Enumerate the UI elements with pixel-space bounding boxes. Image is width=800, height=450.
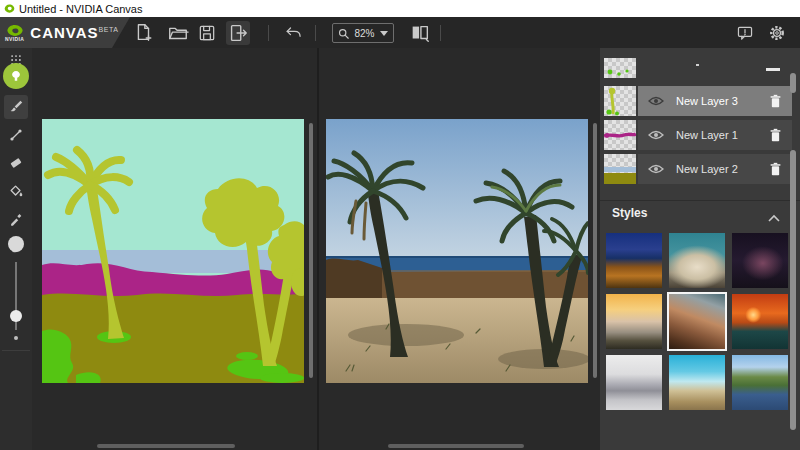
- split-view-button[interactable]: [408, 21, 432, 45]
- layer-thumbnail[interactable]: [604, 58, 636, 78]
- style-thumb-tropical-beach[interactable]: [669, 355, 725, 410]
- open-file-button[interactable]: [166, 21, 190, 45]
- eyedropper-tool[interactable]: [4, 207, 28, 231]
- paint-bucket-tool[interactable]: [4, 179, 28, 203]
- segmentation-pane: [32, 48, 317, 450]
- style-thumb-cloud-peak[interactable]: [669, 233, 725, 288]
- layer-delete-button[interactable]: [769, 162, 782, 177]
- nvidia-wordmark: NVIDIA: [5, 37, 24, 42]
- panel-divider: [600, 200, 800, 201]
- app-name: CANVASBETA: [30, 24, 118, 41]
- left-pane-horizontal-scrollbar[interactable]: [97, 444, 235, 448]
- panel-scrollbar-thumb[interactable]: [790, 73, 796, 93]
- render-preview: [326, 119, 588, 383]
- tool-sidebar: [0, 48, 32, 450]
- brush-size-preview: [8, 236, 24, 252]
- style-thumb-foggy-peaks[interactable]: [606, 355, 662, 410]
- export-button[interactable]: [226, 21, 250, 45]
- layer-name: New Layer 2: [676, 163, 769, 175]
- settings-button[interactable]: [765, 21, 789, 45]
- panel-scrollbar-thumb[interactable]: [790, 150, 796, 430]
- brush-size-slider-thumb[interactable]: [10, 310, 22, 322]
- nvidia-brand-block: NVIDIA CANVASBETA: [0, 17, 130, 48]
- style-thumb-desert-lightning[interactable]: [606, 233, 662, 288]
- layer-name: New Layer 1: [676, 129, 769, 141]
- styles-header: Styles: [612, 206, 647, 220]
- save-button[interactable]: [195, 21, 219, 45]
- layer-thumbnail[interactable]: [604, 120, 636, 150]
- layer-delete-button[interactable]: [766, 68, 780, 71]
- nvidia-canvas-window: Untitled - NVIDIA Canvas NVIDIA CANVASBE…: [0, 0, 800, 450]
- right-pane-vertical-scrollbar[interactable]: [593, 123, 597, 378]
- right-pane-horizontal-scrollbar[interactable]: [388, 444, 524, 448]
- layer-row[interactable]: New Layer 2: [600, 154, 800, 184]
- layer-row-partial[interactable]: [600, 48, 800, 82]
- layer-delete-button[interactable]: [769, 94, 782, 109]
- style-thumb-red-sunset[interactable]: [732, 294, 788, 349]
- undo-button[interactable]: [281, 21, 305, 45]
- styles-grid: [606, 233, 794, 410]
- style-thumb-alpine-lake[interactable]: [732, 355, 788, 410]
- eraser-tool[interactable]: [4, 151, 28, 175]
- segmentation-canvas[interactable]: [42, 119, 304, 383]
- canvas-area: [32, 48, 600, 450]
- toolbar-divider: [268, 25, 269, 41]
- layer-visibility-toggle[interactable]: [648, 163, 664, 175]
- material-picker-button[interactable]: [3, 63, 29, 89]
- layer-visibility-toggle[interactable]: [648, 95, 664, 107]
- partial-row-mark: [696, 64, 699, 66]
- zoom-value: 82%: [354, 28, 374, 39]
- material-tree-icon: [9, 69, 23, 83]
- style-thumb-night-arch[interactable]: [732, 233, 788, 288]
- toolbar: NVIDIA CANVASBETA 82%: [0, 17, 800, 48]
- style-thumb-rocky-peak[interactable]: [669, 294, 725, 349]
- left-pane-vertical-scrollbar[interactable]: [309, 123, 313, 378]
- window-title: Untitled - NVIDIA Canvas: [19, 3, 143, 15]
- layers-styles-panel: New Layer 3 New Layer: [600, 48, 800, 450]
- layer-row[interactable]: New Layer 3: [600, 86, 800, 116]
- layer-visibility-toggle[interactable]: [648, 129, 664, 141]
- toolbar-divider: [440, 25, 441, 41]
- nvidia-eye-logo: NVIDIA: [5, 24, 24, 42]
- line-tool[interactable]: [4, 123, 28, 147]
- layer-row[interactable]: New Layer 1: [600, 120, 800, 150]
- window-titlebar: Untitled - NVIDIA Canvas: [0, 0, 800, 17]
- magnifier-icon: [338, 28, 349, 39]
- layer-thumbnail[interactable]: [604, 86, 636, 116]
- min-size-dot: [14, 336, 18, 340]
- layer-thumbnail[interactable]: [604, 154, 636, 184]
- zoom-control[interactable]: 82%: [332, 23, 394, 43]
- layer-delete-button[interactable]: [769, 128, 782, 143]
- brush-tool[interactable]: [4, 95, 28, 119]
- style-thumb-sunset-mist[interactable]: [606, 294, 662, 349]
- render-pane: [319, 48, 600, 450]
- layer-name: New Layer 3: [676, 95, 769, 107]
- new-file-button[interactable]: [131, 21, 155, 45]
- chevron-up-icon[interactable]: [768, 208, 780, 226]
- sidebar-divider: [2, 350, 30, 351]
- feedback-button[interactable]: [733, 21, 757, 45]
- nvidia-logo-icon: [4, 3, 15, 14]
- zoom-dropdown-caret[interactable]: [380, 31, 388, 36]
- toolbar-divider: [315, 25, 316, 41]
